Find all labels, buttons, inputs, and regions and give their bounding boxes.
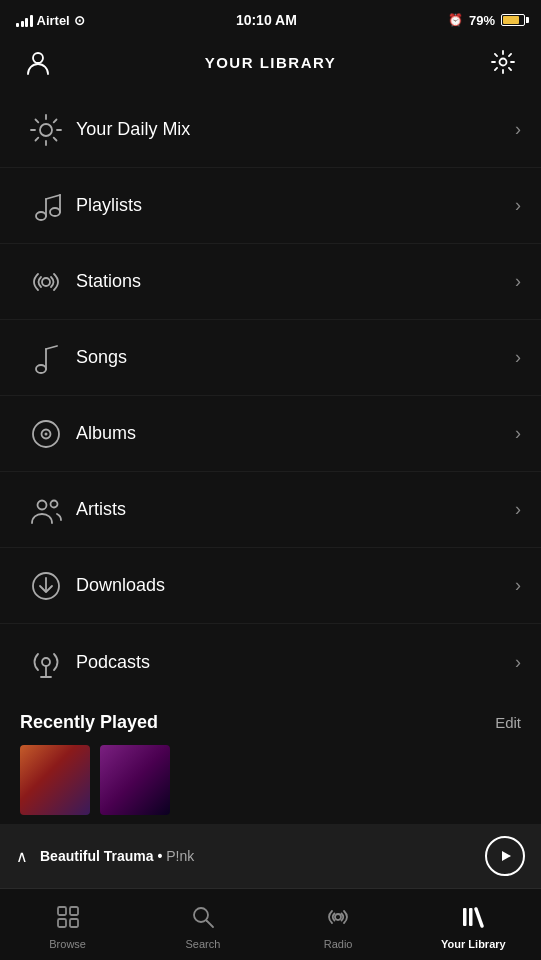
svg-point-37 (335, 914, 341, 920)
svg-point-24 (51, 500, 58, 507)
podcasts-label: Podcasts (76, 652, 515, 673)
albums-label: Albums (76, 423, 515, 444)
svg-point-22 (45, 432, 48, 435)
chevron-right-icon: › (515, 271, 521, 292)
daily-mix-label: Your Daily Mix (76, 119, 515, 140)
chevron-right-icon: › (515, 423, 521, 444)
svg-rect-32 (70, 907, 78, 915)
recently-played-item-2[interactable] (100, 745, 170, 815)
downloads-label: Downloads (76, 575, 515, 596)
stations-icon (20, 265, 72, 299)
profile-icon[interactable] (20, 44, 56, 80)
settings-icon[interactable] (485, 44, 521, 80)
svg-rect-39 (469, 908, 473, 926)
artists-label: Artists (76, 499, 515, 520)
alarm-icon: ⏰ (448, 13, 463, 27)
albums-icon (20, 417, 72, 451)
menu-list: Your Daily Mix › Playlists › (0, 92, 541, 700)
browse-label: Browse (49, 938, 86, 950)
chevron-right-icon: › (515, 575, 521, 596)
mini-player[interactable]: ∧ Beautiful Trauma • P!nk (0, 824, 541, 888)
page-title: YOUR LIBRARY (205, 54, 337, 71)
songs-label: Songs (76, 347, 515, 368)
signal-bars-icon (16, 13, 33, 27)
nav-item-your-library[interactable]: Your Library (406, 900, 541, 950)
nav-item-search[interactable]: Search (135, 900, 270, 950)
playlists-label: Playlists (76, 195, 515, 216)
battery-icon (501, 14, 525, 26)
svg-line-9 (54, 119, 57, 122)
svg-rect-38 (463, 908, 467, 926)
svg-point-12 (50, 208, 60, 216)
mini-player-track: Beautiful Trauma • P!nk (40, 848, 473, 864)
downloads-icon (20, 569, 72, 603)
svg-line-36 (206, 920, 213, 927)
songs-icon (20, 341, 72, 375)
svg-point-1 (500, 59, 507, 66)
bottom-nav: Browse Search Radio (0, 888, 541, 960)
svg-rect-34 (70, 919, 78, 927)
menu-item-daily-mix[interactable]: Your Daily Mix › (0, 92, 541, 168)
status-time: 10:10 AM (236, 12, 297, 28)
mini-player-info: Beautiful Trauma • P!nk (40, 848, 473, 864)
recently-played-title: Recently Played (20, 712, 158, 733)
status-bar: Airtel ⊙ 10:10 AM ⏰ 79% (0, 0, 541, 36)
sun-icon (20, 113, 72, 147)
svg-point-27 (42, 658, 50, 666)
search-label: Search (185, 938, 220, 950)
edit-button[interactable]: Edit (495, 714, 521, 731)
svg-line-15 (46, 195, 60, 199)
battery-percent: 79% (469, 13, 495, 28)
menu-item-albums[interactable]: Albums › (0, 396, 541, 472)
svg-point-2 (40, 124, 52, 136)
menu-item-stations[interactable]: Stations › (0, 244, 541, 320)
menu-item-artists[interactable]: Artists › (0, 472, 541, 548)
radio-label: Radio (324, 938, 353, 950)
chevron-right-icon: › (515, 119, 521, 140)
svg-point-23 (38, 500, 47, 509)
your-library-label: Your Library (441, 938, 506, 950)
svg-point-17 (36, 365, 46, 373)
podcasts-icon (20, 645, 72, 679)
svg-rect-31 (58, 907, 66, 915)
chevron-right-icon: › (515, 652, 521, 673)
wifi-icon: ⊙ (74, 13, 85, 28)
artists-icon (20, 493, 72, 527)
recently-played-item-1[interactable] (20, 745, 90, 815)
carrier-label: Airtel (37, 13, 70, 28)
svg-line-8 (54, 137, 57, 140)
nav-item-radio[interactable]: Radio (271, 900, 406, 950)
browse-icon (55, 904, 81, 934)
search-icon (190, 904, 216, 934)
menu-item-songs[interactable]: Songs › (0, 320, 541, 396)
svg-line-19 (46, 346, 57, 349)
menu-item-podcasts[interactable]: Podcasts › (0, 624, 541, 700)
chevron-right-icon: › (515, 347, 521, 368)
svg-line-7 (36, 119, 39, 122)
svg-rect-33 (58, 919, 66, 927)
library-icon (460, 904, 486, 934)
play-button[interactable] (485, 836, 525, 876)
chevron-right-icon: › (515, 195, 521, 216)
svg-point-16 (42, 278, 50, 286)
status-left: Airtel ⊙ (16, 13, 85, 28)
svg-point-11 (36, 212, 46, 220)
nav-item-browse[interactable]: Browse (0, 900, 135, 950)
separator: • (157, 848, 166, 864)
stations-label: Stations (76, 271, 515, 292)
recently-played-section: Recently Played Edit (0, 700, 541, 741)
playlists-icon (20, 189, 72, 223)
chevron-right-icon: › (515, 499, 521, 520)
status-right: ⏰ 79% (448, 13, 525, 28)
svg-line-10 (36, 137, 39, 140)
collapse-icon[interactable]: ∧ (16, 847, 28, 866)
svg-marker-30 (502, 851, 511, 861)
header: YOUR LIBRARY (0, 36, 541, 92)
menu-item-downloads[interactable]: Downloads › (0, 548, 541, 624)
recently-played-row (0, 741, 541, 819)
svg-point-0 (33, 53, 43, 63)
radio-icon (325, 904, 351, 934)
menu-item-playlists[interactable]: Playlists › (0, 168, 541, 244)
